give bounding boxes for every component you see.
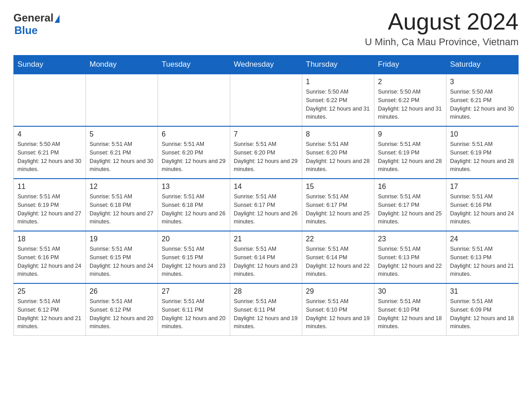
calendar-cell: 9Sunrise: 5:51 AM Sunset: 6:19 PM Daylig… [374, 126, 446, 179]
week-row-4: 18Sunrise: 5:51 AM Sunset: 6:16 PM Dayli… [14, 231, 519, 283]
day-number: 14 [234, 183, 298, 191]
calendar-cell: 26Sunrise: 5:51 AM Sunset: 6:12 PM Dayli… [86, 283, 158, 336]
location-title: U Minh, Ca Mau Province, Vietnam [365, 36, 519, 48]
calendar-cell: 28Sunrise: 5:51 AM Sunset: 6:11 PM Dayli… [230, 283, 302, 336]
calendar-cell: 31Sunrise: 5:51 AM Sunset: 6:09 PM Dayli… [446, 283, 519, 336]
calendar-cell: 20Sunrise: 5:51 AM Sunset: 6:15 PM Dayli… [158, 231, 230, 283]
calendar-table: SundayMondayTuesdayWednesdayThursdayFrid… [13, 55, 519, 336]
day-number: 30 [378, 287, 442, 295]
calendar-cell: 27Sunrise: 5:51 AM Sunset: 6:11 PM Dayli… [158, 283, 230, 336]
calendar-cell: 2Sunrise: 5:50 AM Sunset: 6:22 PM Daylig… [374, 74, 446, 126]
calendar-cell: 5Sunrise: 5:51 AM Sunset: 6:21 PM Daylig… [86, 126, 158, 179]
title-block: August 2024 U Minh, Ca Mau Province, Vie… [365, 9, 519, 48]
day-number: 4 [17, 130, 82, 138]
day-info: Sunrise: 5:50 AM Sunset: 6:21 PM Dayligh… [17, 140, 82, 174]
day-info: Sunrise: 5:51 AM Sunset: 6:16 PM Dayligh… [17, 245, 82, 278]
day-number: 15 [306, 183, 370, 191]
logo: General Blue [13, 9, 60, 37]
day-number: 28 [234, 287, 298, 295]
day-info: Sunrise: 5:51 AM Sunset: 6:18 PM Dayligh… [90, 193, 154, 226]
calendar-cell: 21Sunrise: 5:51 AM Sunset: 6:14 PM Dayli… [230, 231, 302, 283]
calendar-cell: 23Sunrise: 5:51 AM Sunset: 6:13 PM Dayli… [374, 231, 446, 283]
day-number: 23 [378, 235, 442, 243]
calendar-cell: 8Sunrise: 5:51 AM Sunset: 6:20 PM Daylig… [302, 126, 374, 179]
day-number: 12 [90, 183, 154, 191]
day-info: Sunrise: 5:51 AM Sunset: 6:19 PM Dayligh… [450, 140, 515, 174]
day-number: 9 [378, 130, 442, 138]
day-number: 20 [162, 235, 226, 243]
week-row-2: 4Sunrise: 5:50 AM Sunset: 6:21 PM Daylig… [14, 126, 519, 179]
calendar-cell: 24Sunrise: 5:51 AM Sunset: 6:13 PM Dayli… [446, 231, 519, 283]
day-info: Sunrise: 5:51 AM Sunset: 6:21 PM Dayligh… [90, 140, 154, 174]
day-info: Sunrise: 5:51 AM Sunset: 6:20 PM Dayligh… [234, 140, 298, 174]
column-header-saturday: Saturday [446, 56, 519, 74]
day-info: Sunrise: 5:51 AM Sunset: 6:10 PM Dayligh… [378, 297, 442, 331]
day-info: Sunrise: 5:51 AM Sunset: 6:10 PM Dayligh… [306, 297, 370, 331]
day-number: 27 [162, 287, 226, 295]
week-row-3: 11Sunrise: 5:51 AM Sunset: 6:19 PM Dayli… [14, 179, 519, 231]
calendar-cell: 25Sunrise: 5:51 AM Sunset: 6:12 PM Dayli… [14, 283, 86, 336]
calendar-cell: 17Sunrise: 5:51 AM Sunset: 6:16 PM Dayli… [446, 179, 519, 231]
logo-blue-text: Blue [14, 24, 38, 37]
calendar-cell: 15Sunrise: 5:51 AM Sunset: 6:17 PM Dayli… [302, 179, 374, 231]
day-number: 10 [450, 130, 515, 138]
calendar-cell: 4Sunrise: 5:50 AM Sunset: 6:21 PM Daylig… [14, 126, 86, 179]
day-info: Sunrise: 5:51 AM Sunset: 6:15 PM Dayligh… [162, 245, 226, 278]
day-number: 18 [17, 235, 82, 243]
page-header: General Blue August 2024 U Minh, Ca Mau … [13, 9, 519, 48]
day-number: 6 [162, 130, 226, 138]
calendar-cell: 10Sunrise: 5:51 AM Sunset: 6:19 PM Dayli… [446, 126, 519, 179]
logo-general-text: General [13, 12, 53, 24]
day-info: Sunrise: 5:51 AM Sunset: 6:15 PM Dayligh… [90, 245, 154, 278]
calendar-cell: 6Sunrise: 5:51 AM Sunset: 6:20 PM Daylig… [158, 126, 230, 179]
day-number: 7 [234, 130, 298, 138]
day-info: Sunrise: 5:50 AM Sunset: 6:22 PM Dayligh… [378, 88, 442, 121]
day-info: Sunrise: 5:51 AM Sunset: 6:13 PM Dayligh… [378, 245, 442, 278]
day-info: Sunrise: 5:51 AM Sunset: 6:17 PM Dayligh… [378, 193, 442, 226]
day-info: Sunrise: 5:51 AM Sunset: 6:12 PM Dayligh… [90, 297, 154, 331]
day-info: Sunrise: 5:51 AM Sunset: 6:17 PM Dayligh… [234, 193, 298, 226]
day-info: Sunrise: 5:51 AM Sunset: 6:14 PM Dayligh… [306, 245, 370, 278]
day-number: 1 [306, 78, 370, 86]
day-number: 26 [90, 287, 154, 295]
day-info: Sunrise: 5:51 AM Sunset: 6:11 PM Dayligh… [234, 297, 298, 331]
calendar-header-row: SundayMondayTuesdayWednesdayThursdayFrid… [14, 56, 519, 74]
column-header-thursday: Thursday [302, 56, 374, 74]
week-row-1: 1Sunrise: 5:50 AM Sunset: 6:22 PM Daylig… [14, 74, 519, 126]
day-info: Sunrise: 5:51 AM Sunset: 6:20 PM Dayligh… [306, 140, 370, 174]
week-row-5: 25Sunrise: 5:51 AM Sunset: 6:12 PM Dayli… [14, 283, 519, 336]
day-info: Sunrise: 5:51 AM Sunset: 6:16 PM Dayligh… [450, 193, 515, 226]
day-number: 13 [162, 183, 226, 191]
month-title: August 2024 [365, 9, 519, 34]
calendar-cell: 16Sunrise: 5:51 AM Sunset: 6:17 PM Dayli… [374, 179, 446, 231]
calendar-cell: 12Sunrise: 5:51 AM Sunset: 6:18 PM Dayli… [86, 179, 158, 231]
day-info: Sunrise: 5:51 AM Sunset: 6:19 PM Dayligh… [17, 193, 82, 226]
day-info: Sunrise: 5:51 AM Sunset: 6:12 PM Dayligh… [17, 297, 82, 331]
day-info: Sunrise: 5:51 AM Sunset: 6:11 PM Dayligh… [162, 297, 226, 331]
calendar-cell [230, 74, 302, 126]
calendar-cell: 14Sunrise: 5:51 AM Sunset: 6:17 PM Dayli… [230, 179, 302, 231]
calendar-cell [158, 74, 230, 126]
calendar-cell: 3Sunrise: 5:50 AM Sunset: 6:21 PM Daylig… [446, 74, 519, 126]
day-number: 5 [90, 130, 154, 138]
day-info: Sunrise: 5:51 AM Sunset: 6:18 PM Dayligh… [162, 193, 226, 226]
day-number: 16 [378, 183, 442, 191]
day-info: Sunrise: 5:50 AM Sunset: 6:22 PM Dayligh… [306, 88, 370, 121]
calendar-cell: 29Sunrise: 5:51 AM Sunset: 6:10 PM Dayli… [302, 283, 374, 336]
column-header-friday: Friday [374, 56, 446, 74]
calendar-cell: 22Sunrise: 5:51 AM Sunset: 6:14 PM Dayli… [302, 231, 374, 283]
column-header-sunday: Sunday [14, 56, 86, 74]
day-number: 2 [378, 78, 442, 86]
day-number: 19 [90, 235, 154, 243]
calendar-cell: 18Sunrise: 5:51 AM Sunset: 6:16 PM Dayli… [14, 231, 86, 283]
day-number: 17 [450, 183, 515, 191]
day-info: Sunrise: 5:51 AM Sunset: 6:13 PM Dayligh… [450, 245, 515, 278]
day-number: 29 [306, 287, 370, 295]
day-info: Sunrise: 5:51 AM Sunset: 6:09 PM Dayligh… [450, 297, 515, 331]
day-number: 25 [17, 287, 82, 295]
calendar-cell: 11Sunrise: 5:51 AM Sunset: 6:19 PM Dayli… [14, 179, 86, 231]
day-number: 8 [306, 130, 370, 138]
day-number: 3 [450, 78, 515, 86]
day-info: Sunrise: 5:51 AM Sunset: 6:19 PM Dayligh… [378, 140, 442, 174]
day-info: Sunrise: 5:51 AM Sunset: 6:17 PM Dayligh… [306, 193, 370, 226]
